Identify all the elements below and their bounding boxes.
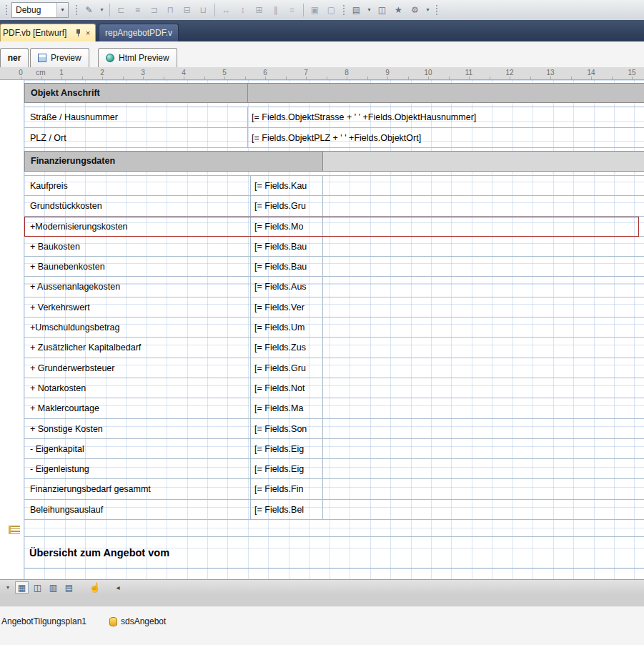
row-expression[interactable]: [= Fields.Bau	[254, 257, 307, 277]
row-expression[interactable]: [= Fields.Zus	[254, 338, 306, 358]
row-expression[interactable]: [= Fields.Fin	[254, 479, 303, 499]
row-label[interactable]: + Zusätzlicher Kapitalbedarf	[30, 338, 141, 358]
row-label[interactable]: + Verkehrswert	[30, 297, 90, 317]
row-label[interactable]: + Maklercourtage	[30, 398, 99, 418]
table-row-selected[interactable]: +Modernisierungskosten [= Fields.Mo	[24, 217, 644, 237]
row-label[interactable]: Kaufpreis	[30, 176, 68, 196]
tab-html-preview[interactable]: Html Preview	[98, 48, 177, 67]
table-row[interactable]: + Maklercourtage [= Fields.Ma	[24, 398, 644, 418]
table-row[interactable]: + Grunderwerbsteuer [= Fields.Gru	[24, 358, 644, 378]
toolbar-options-chevron-icon[interactable]: ▾	[3, 584, 13, 591]
row-expression[interactable]: [= Fields.Ma	[254, 398, 303, 418]
row-label[interactable]: Beleihungsauslauf	[30, 500, 103, 520]
toolbar-grip[interactable]	[436, 5, 437, 15]
toolbar-grip[interactable]	[343, 5, 345, 15]
table-row[interactable]: Straße / Hausnummer [= Fields.ObjektStra…	[24, 107, 644, 128]
new-report-icon[interactable]: ▤	[349, 3, 364, 17]
table-row[interactable]: + Zusätzlicher Kapitalbedarf [= Fields.Z…	[24, 338, 644, 358]
row-expression[interactable]: [= Fields.Eig	[254, 459, 304, 479]
tray-item-angebot-tilgungsplan[interactable]: AngebotTilgungsplan1	[1, 614, 86, 629]
row-label[interactable]: + Notarkosten	[30, 378, 86, 398]
grid-view-icon[interactable]: ▦	[15, 581, 29, 594]
row-expression[interactable]: [= Fields.Ver	[254, 297, 304, 317]
table-row[interactable]: + Baukosten [= Fields.Bau	[24, 237, 644, 257]
table-row[interactable]: + Notarkosten [= Fields.Not	[24, 378, 644, 398]
band-finanzierungsdaten-empty-cell[interactable]	[322, 151, 644, 172]
band-objekt-anschrift[interactable]: Objekt Anschrift	[24, 83, 248, 103]
row-expression[interactable]: [= Fields.Aus	[254, 277, 307, 297]
row-expression[interactable]: [= Fields.Bel	[254, 500, 304, 520]
row-label[interactable]: +Modernisierungskosten	[30, 217, 128, 237]
table-row[interactable]: + Sonstige Kosten [= Fields.Son	[24, 419, 644, 439]
report-page-area[interactable]: Objekt Anschrift Straße / Hausnummer [= …	[24, 80, 644, 579]
table-row[interactable]: Grundstückkosten [= Fields.Gru	[24, 196, 644, 216]
row-label[interactable]: +Umschuldungsbetrag	[30, 317, 119, 338]
hand-tool-icon[interactable]: ☝	[88, 582, 101, 593]
bring-to-front-icon[interactable]: ▣	[307, 3, 322, 17]
row-label[interactable]: + Aussenanlagekosten	[30, 277, 120, 297]
table-row[interactable]: - Eigenleistung [= Fields.Eig	[24, 459, 644, 479]
table-row[interactable]: Beleihungsauslauf [= Fields.Bel	[24, 500, 644, 520]
tab-document-inactive[interactable]: repAngebotPDF.vb	[99, 24, 179, 41]
footer-section-cell[interactable]: Übersicht zum Angebot vom	[24, 536, 644, 568]
table-row[interactable]: +Umschuldungsbetrag [= Fields.Um	[24, 317, 644, 338]
copy-icon[interactable]: ◫	[375, 3, 390, 17]
format-pen-icon[interactable]: ✎	[81, 3, 96, 17]
row-expression[interactable]: [= Fields.Gru	[254, 358, 306, 378]
split-view-icon[interactable]: ◫	[31, 581, 44, 594]
make-same-size-icon[interactable]: ⊞	[252, 3, 267, 17]
tab-designer[interactable]: ner	[0, 48, 29, 67]
toolbar-grip[interactable]	[76, 5, 77, 15]
row-label[interactable]: PLZ / Ort	[30, 128, 66, 148]
vertical-spacing-icon[interactable]: =	[284, 3, 299, 17]
table-row[interactable]: PLZ / Ort [= Fields.ObjektPLZ + ' ' +Fie…	[24, 128, 644, 149]
row-label[interactable]: Grundstückkosten	[30, 196, 102, 216]
table-row[interactable]: - Eigenkapital [= Fields.Eig	[24, 439, 644, 459]
row-label[interactable]: Straße / Hausnummer	[30, 107, 118, 127]
table-row[interactable]: + Aussenanlagekosten [= Fields.Aus	[24, 277, 644, 297]
align-centers-icon[interactable]: ≡	[130, 3, 145, 17]
row-expression[interactable]: [= Fields.ObjektPLZ + ' ' +Fields.Objekt…	[252, 128, 421, 148]
align-right-edges-icon[interactable]: ⊐	[147, 3, 162, 17]
row-label[interactable]: + Sonstige Kosten	[30, 419, 103, 439]
make-same-height-icon[interactable]: ↕	[235, 3, 250, 17]
chevron-down-icon[interactable]: ▾	[56, 3, 68, 17]
row-label[interactable]: Finanzierungsbedarf gesammt	[30, 479, 151, 499]
row-label[interactable]: + Baunebenkosten	[30, 257, 105, 277]
wizard-icon[interactable]: ★	[391, 3, 406, 17]
row-label[interactable]: - Eigenleistung	[30, 459, 89, 479]
row-expression[interactable]: [= Fields.Um	[254, 317, 305, 338]
horizontal-spacing-icon[interactable]: ∥	[268, 3, 283, 17]
make-same-width-icon[interactable]: ↔	[219, 3, 234, 17]
band-finanzierungsdaten[interactable]: Finanzierungsdaten	[24, 151, 323, 172]
band-objekt-anschrift-empty-cell[interactable]	[247, 83, 644, 103]
align-bottoms-icon[interactable]: ⊔	[196, 3, 211, 17]
tab-preview[interactable]: Preview	[30, 48, 89, 67]
footer-heading[interactable]: Übersicht zum Angebot vom	[29, 547, 169, 558]
debug-config-dropdown[interactable]: Debug ▾	[11, 2, 69, 18]
tray-item-sds-angebot[interactable]: sdsAngebot	[109, 614, 166, 629]
row-expression[interactable]: [= Fields.Not	[254, 378, 305, 398]
band-marker-icon[interactable]	[9, 526, 20, 534]
row-expression[interactable]: [= Fields.Eig	[254, 439, 304, 459]
row-label[interactable]: + Baukosten	[30, 237, 80, 257]
row-expression[interactable]: [= Fields.Bau	[254, 237, 307, 257]
row-expression[interactable]: [= Fields.ObjektStrasse + ' ' +Fields.Ob…	[252, 107, 476, 127]
page-view-icon[interactable]: ▤	[62, 581, 76, 594]
row-label[interactable]: - Eigenkapital	[30, 439, 84, 459]
close-icon[interactable]: ×	[83, 29, 93, 37]
table-row[interactable]: + Baunebenkosten [= Fields.Bau	[24, 257, 644, 277]
scroll-left-icon[interactable]: ◂	[112, 584, 124, 591]
row-expression[interactable]: [= Fields.Mo	[254, 217, 303, 237]
settings-gear-icon[interactable]: ⚙	[407, 3, 422, 17]
row-expression[interactable]: [= Fields.Son	[254, 419, 307, 439]
table-row[interactable]: Finanzierungsbedarf gesammt [= Fields.Fi…	[24, 479, 644, 499]
align-tops-icon[interactable]: ⊓	[163, 3, 178, 17]
tab-document-active[interactable]: PDF.vb [Entwurf] ×	[0, 24, 96, 41]
table-row[interactable]: + Verkehrswert [= Fields.Ver	[24, 297, 644, 317]
chevron-down-icon[interactable]: ▾	[424, 3, 432, 17]
row-expression[interactable]: [= Fields.Gru	[254, 196, 306, 216]
pin-icon[interactable]	[75, 29, 81, 37]
list-view-icon[interactable]: ▥	[46, 581, 60, 594]
chevron-down-icon[interactable]: ▾	[365, 3, 373, 17]
